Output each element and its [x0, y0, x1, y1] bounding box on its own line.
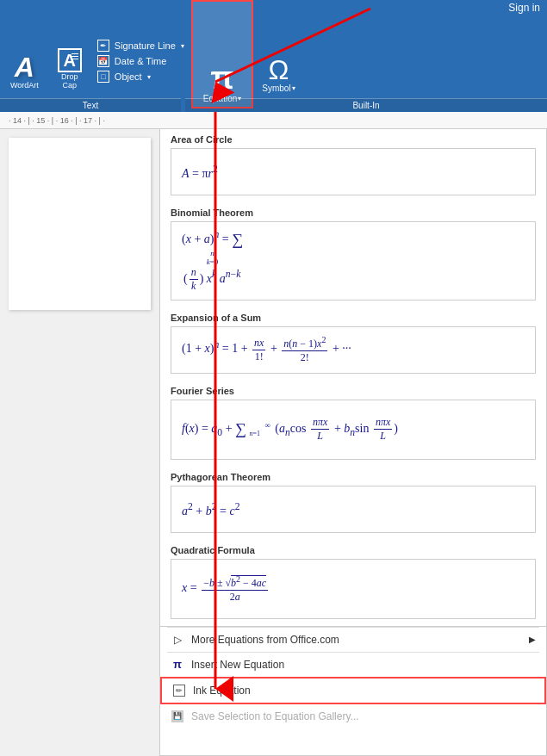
- equation-section-2: Expansion of a Sum (1 + x)n = 1 + nx 1! …: [160, 307, 546, 381]
- date-time-button[interactable]: 📅 Date & Time: [96, 54, 169, 68]
- equation-section-5: Quadratic Formula x = −b ± √b2 − 4ac 2a: [160, 540, 546, 626]
- equation-button[interactable]: π Equation ▾: [191, 0, 253, 108]
- symbol-omega-icon: Ω: [269, 56, 289, 84]
- dropcap-label-line2: Cap: [63, 81, 78, 90]
- save-selection-item: 💾 Save Selection to Equation Gallery...: [160, 704, 546, 728]
- ink-equation-icon: ✏: [172, 684, 186, 697]
- bottom-menu: ▷ More Equations from Office.com ▶ π Ins…: [160, 626, 546, 728]
- date-time-label: Date & Time: [115, 56, 167, 66]
- equation-section-4: Pythagorean Theorem a2 + b2 = c2: [160, 467, 546, 540]
- document-area: [0, 129, 159, 756]
- symbol-chevron: ▾: [292, 84, 295, 92]
- text-group-label: Text: [0, 98, 181, 112]
- wordart-icon: A: [15, 53, 34, 81]
- eq-title-4: Pythagorean Theorem: [171, 472, 536, 482]
- eq-box-2[interactable]: (1 + x)n = 1 + nx 1! + n(n − 1)x2 2! + ·…: [171, 326, 536, 374]
- built-in-label: Built-In: [185, 98, 547, 112]
- symbol-label: Symbol ▾: [262, 84, 295, 93]
- document-page: [9, 138, 151, 310]
- signature-line-button[interactable]: ✒ Signature Line ▾: [96, 39, 186, 53]
- object-button[interactable]: □ Object ▾: [96, 70, 152, 84]
- object-icon: □: [97, 71, 109, 83]
- dropcap-icon: A: [58, 48, 82, 72]
- eq-title-5: Quadratic Formula: [171, 545, 536, 555]
- equation-pi-icon: π: [210, 63, 234, 94]
- more-equations-label: More Equations from Office.com: [191, 634, 339, 646]
- eq-formula-0: A = πr2: [182, 164, 218, 181]
- eq-formula-2: (1 + x)n = 1 + nx 1! + n(n − 1)x2 2! + ·…: [182, 335, 351, 364]
- ribbon: Sign in A WordArt A Drop Cap: [0, 0, 547, 112]
- symbol-button[interactable]: Ω Symbol ▾: [253, 0, 303, 108]
- eq-formula-3: f(x) = a0 + ∑ n=1 ∞ (ancos nπx L + bnsin…: [182, 416, 398, 443]
- insert-new-equation-item[interactable]: π Insert New Equation: [160, 653, 546, 677]
- ruler-text: · 14 · | · 15 · | · 16 · | · 17 · | ·: [9, 116, 105, 125]
- dropcap-group: A Drop Cap: [49, 0, 90, 108]
- eq-box-4[interactable]: a2 + b2 = c2: [171, 486, 536, 533]
- object-chevron: ▾: [147, 73, 151, 81]
- ink-equation-label: Ink Equation: [193, 685, 251, 697]
- signature-chevron: ▾: [181, 42, 184, 50]
- eq-box-1[interactable]: (x + a)n = ∑ n k=0 (nk) xk an−k: [171, 221, 536, 301]
- more-equations-arrow: ▶: [529, 635, 536, 644]
- date-time-icon: 📅: [97, 55, 109, 67]
- eq-formula-4: a2 + b2 = c2: [182, 501, 240, 518]
- more-equations-item[interactable]: ▷ More Equations from Office.com ▶: [160, 628, 546, 652]
- save-selection-label: Save Selection to Equation Gallery...: [191, 710, 359, 722]
- more-equations-icon: ▷: [171, 633, 184, 647]
- eq-title-1: Binomial Theorem: [171, 208, 536, 218]
- eq-formula-1: (x + a)n = ∑ n k=0 (nk) xk an−k: [182, 229, 243, 293]
- eq-box-5[interactable]: x = −b ± √b2 − 4ac 2a: [171, 559, 536, 619]
- insert-new-equation-label: Insert New Equation: [191, 659, 284, 671]
- equation-section-1: Binomial Theorem (x + a)n = ∑ n k=0 (nk)…: [160, 202, 546, 307]
- text-items-group: ✒ Signature Line ▾ 📅 Date & Time □ Objec…: [90, 0, 191, 108]
- eq-title-2: Expansion of a Sum: [171, 313, 536, 323]
- wordart-button[interactable]: A WordArt: [7, 50, 42, 93]
- insert-equation-icon: π: [171, 658, 184, 672]
- dropcap-button[interactable]: A Drop Cap: [56, 45, 84, 93]
- eq-box-0[interactable]: A = πr2: [171, 148, 536, 195]
- ruler: · 14 · | · 15 · | · 16 · | · 17 · | ·: [0, 112, 547, 129]
- wordart-label: WordArt: [10, 81, 39, 90]
- signature-line-label: Signature Line: [115, 40, 176, 51]
- eq-title-0: Area of Circle: [171, 134, 536, 145]
- eq-box-3[interactable]: f(x) = a0 + ∑ n=1 ∞ (ancos nπx L + bnsin…: [171, 400, 536, 460]
- wordart-group: A WordArt: [0, 0, 49, 108]
- ribbon-buttons: A WordArt A Drop Cap: [0, 0, 304, 112]
- eq-title-3: Fourier Series: [171, 386, 536, 396]
- sign-in-text[interactable]: Sign in: [508, 2, 540, 14]
- equation-section-3: Fourier Series f(x) = a0 + ∑ n=1 ∞ (anco…: [160, 381, 546, 467]
- ink-equation-item[interactable]: ✏ Ink Equation: [160, 677, 546, 704]
- content-area: Area of Circle A = πr2 Binomial Theorem …: [0, 129, 547, 756]
- equation-dropdown-panel[interactable]: Area of Circle A = πr2 Binomial Theorem …: [159, 129, 547, 756]
- save-selection-icon: 💾: [171, 710, 184, 723]
- ribbon-top-right: Sign in: [501, 0, 547, 15]
- object-label: Object: [115, 71, 142, 82]
- eq-formula-5: x = −b ± √b2 − 4ac 2a: [182, 574, 270, 604]
- equation-section-0: Area of Circle A = πr2: [160, 129, 546, 202]
- dropcap-label-line1: Drop: [61, 72, 78, 81]
- signature-line-icon: ✒: [97, 40, 109, 52]
